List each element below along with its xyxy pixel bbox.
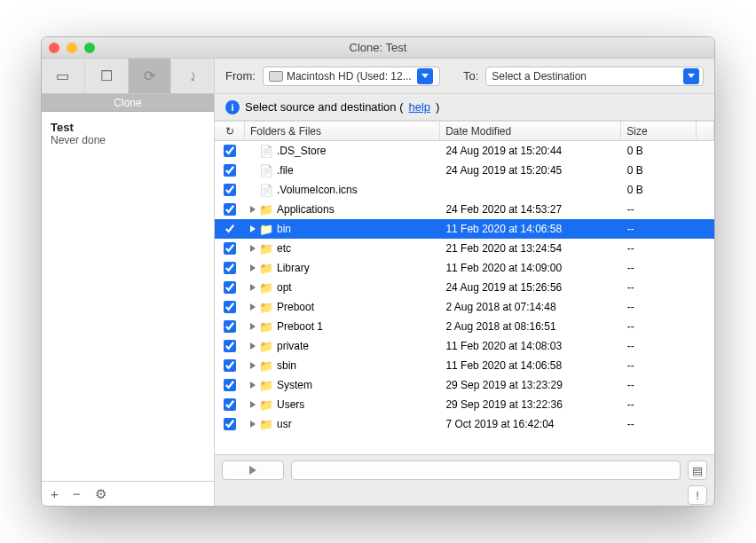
table-row[interactable]: .file24 Aug 2019 at 15:20:450 B [215,161,714,180]
table-rows: .DS_Store24 Aug 2019 at 15:20:440 B.file… [215,141,714,454]
file-size: -- [622,418,697,430]
file-size: -- [622,301,697,313]
run-button[interactable] [222,460,284,480]
include-checkbox[interactable] [224,242,236,255]
include-checkbox[interactable] [224,301,236,313]
file-size: -- [622,340,697,352]
table-row[interactable]: .DS_Store24 Aug 2019 at 15:20:440 B [215,141,714,161]
info-row: i Select source and destination (help) [215,94,714,121]
folder-icon [259,222,273,236]
table-row[interactable]: opt24 Aug 2019 at 15:26:56-- [215,278,714,297]
file-size: 0 B [622,184,697,196]
task-name: Test [51,121,205,134]
settings-icon[interactable]: ⚙ [95,486,106,502]
file-name: .file [277,164,294,177]
disclosure-triangle-icon[interactable] [250,245,256,252]
file-name: etc [277,242,291,255]
include-checkbox[interactable] [224,398,236,411]
file-date: 29 Sep 2019 at 13:22:36 [440,398,621,411]
info-icon: i [225,100,240,114]
help-link[interactable]: help [409,100,431,114]
file-size: -- [622,223,697,235]
folder-icon [259,397,273,412]
file-date: 24 Aug 2019 at 15:20:44 [440,145,621,157]
disclosure-triangle-icon[interactable] [250,362,256,369]
disclosure-triangle-icon[interactable] [250,382,256,389]
table-row[interactable]: Users29 Sep 2019 at 13:22:36-- [215,395,714,414]
table-row[interactable]: bin11 Feb 2020 at 14:06:58-- [215,219,714,239]
toolbar-view1[interactable]: ▭ [42,59,85,93]
file-date: 2 Aug 2018 at 08:16:51 [440,320,621,333]
folder-icon [259,280,273,295]
include-checkbox[interactable] [224,184,236,196]
include-checkbox[interactable] [224,164,236,177]
folder-icon [259,319,273,334]
source-popup[interactable]: Macintosh HD (Used: 12... [263,67,440,86]
include-checkbox[interactable] [224,223,236,235]
file-size: -- [622,398,697,411]
include-checkbox[interactable] [224,320,236,333]
table-row[interactable]: sbin11 Feb 2020 at 14:06:58-- [215,356,714,375]
table-header: ↻ Folders & Files Date Modified Size [215,122,714,141]
table-row[interactable]: Preboot 12 Aug 2018 at 08:16:51-- [215,317,714,336]
to-label: To: [463,69,478,83]
chevron-down-icon [417,68,433,84]
folder-icon [259,358,273,373]
disclosure-triangle-icon[interactable] [250,264,256,272]
disclosure-triangle-icon[interactable] [250,342,256,350]
task-list: Test Never done [42,112,214,481]
file-date: 11 Feb 2020 at 14:09:00 [440,262,621,274]
toolbar-clone[interactable] [129,59,172,93]
file-name: Preboot 1 [277,320,323,333]
sidebar-section-header: Clone [42,94,214,112]
from-label: From: [225,69,256,83]
folder-icon [259,261,273,275]
col-size[interactable]: Size [621,122,697,140]
table-row[interactable]: Preboot2 Aug 2018 at 07:14:48-- [215,297,714,317]
table-row[interactable]: etc21 Feb 2020 at 13:24:54-- [215,239,714,258]
include-checkbox[interactable] [224,281,236,294]
disclosure-triangle-icon[interactable] [250,225,256,232]
disclosure-triangle-icon[interactable] [250,401,256,408]
table-row[interactable]: private11 Feb 2020 at 14:08:03-- [215,336,714,356]
col-date[interactable]: Date Modified [440,122,621,140]
disclosure-triangle-icon[interactable] [250,303,256,311]
include-checkbox[interactable] [224,262,236,274]
include-checkbox[interactable] [224,145,236,157]
table-row[interactable]: Library11 Feb 2020 at 14:09:00-- [215,258,714,278]
archive-icon: ☐ [100,67,113,84]
col-spacer [697,122,714,140]
include-checkbox[interactable] [224,340,236,352]
alert-button[interactable]: ! [688,485,707,505]
refresh-column[interactable]: ↻ [215,122,245,140]
add-task-button[interactable]: + [51,486,59,501]
table-row[interactable]: Applications24 Feb 2020 at 14:53:27-- [215,200,714,219]
file-name: System [277,379,312,391]
remove-task-button[interactable]: − [73,486,81,501]
file-date: 11 Feb 2020 at 14:08:03 [440,340,621,352]
include-checkbox[interactable] [224,359,236,372]
include-checkbox[interactable] [224,203,236,216]
destination-value: Select a Destination [492,70,678,83]
toolbar-archive[interactable]: ☐ [85,59,129,93]
disclosure-triangle-icon[interactable] [250,421,256,428]
col-name[interactable]: Folders & Files [245,122,440,140]
log-button[interactable]: ▤ [688,460,707,480]
toolbar-sync[interactable] [171,59,214,93]
table-row[interactable]: System29 Sep 2019 at 13:23:29-- [215,375,714,395]
file-name: .DS_Store [277,145,326,157]
progress-bar [291,460,681,480]
hd-icon [269,69,283,83]
include-checkbox[interactable] [224,418,236,430]
table-row[interactable]: .VolumeIcon.icns0 B [215,180,714,200]
table-row[interactable]: usr7 Oct 2019 at 16:42:04-- [215,414,714,434]
destination-popup[interactable]: Select a Destination [485,67,704,86]
disclosure-triangle-icon[interactable] [250,323,256,330]
disclosure-triangle-icon[interactable] [250,284,256,291]
include-checkbox[interactable] [224,379,236,391]
folder-icon [259,241,273,256]
task-status: Never done [51,134,205,146]
disclosure-triangle-icon[interactable] [250,206,256,213]
file-size: -- [622,320,697,333]
task-item[interactable]: Test Never done [42,115,214,152]
